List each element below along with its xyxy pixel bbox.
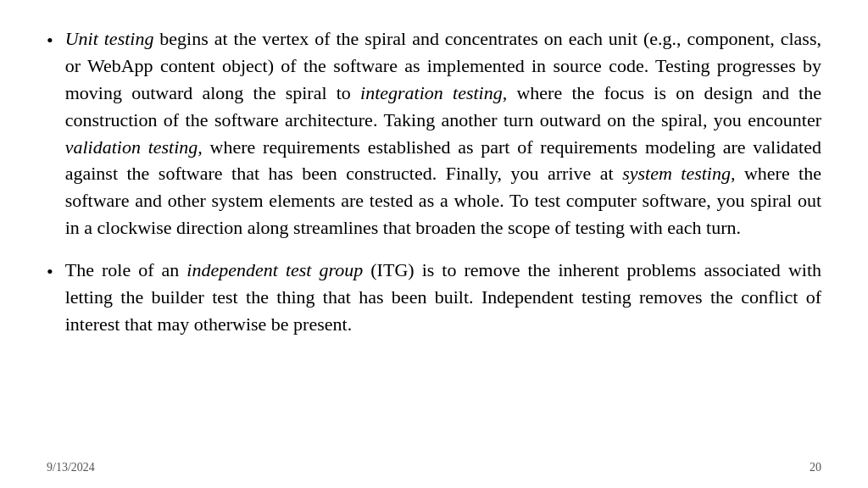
bullet-dot-1: • bbox=[47, 27, 53, 54]
bullet-item-2: • The role of an independent test group … bbox=[47, 257, 821, 338]
bullet-text-1: Unit testing begins at the vertex of the… bbox=[65, 25, 821, 241]
footer-date: 9/13/2024 bbox=[47, 461, 95, 474]
footer-page: 20 bbox=[810, 461, 821, 474]
bullet-text-2: The role of an independent test group (I… bbox=[65, 257, 821, 338]
unit-testing-label: Unit testing bbox=[65, 28, 154, 49]
validation-testing-label: validation testing, bbox=[65, 136, 203, 158]
bullet-dot-2: • bbox=[47, 258, 53, 286]
system-testing-label: system testing, bbox=[622, 163, 735, 184]
itg-label: independent test group bbox=[186, 259, 363, 280]
slide-container: • Unit testing begins at the vertex of t… bbox=[0, 0, 868, 488]
integration-testing-label: integration testing, bbox=[360, 82, 507, 103]
bullet-item-1: • Unit testing begins at the vertex of t… bbox=[47, 25, 821, 241]
slide-footer: 9/13/2024 20 bbox=[47, 461, 821, 474]
bullet-list: • Unit testing begins at the vertex of t… bbox=[47, 25, 821, 446]
